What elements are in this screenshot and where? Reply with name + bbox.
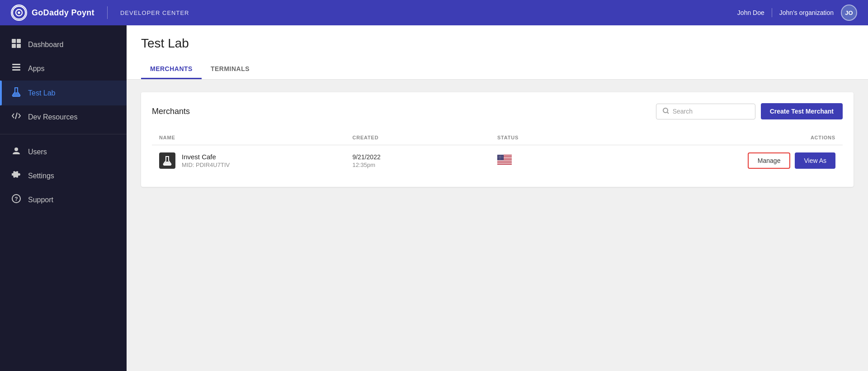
testlab-icon	[11, 87, 22, 99]
page-content: Merchants Create Test Merchant	[127, 80, 868, 200]
search-icon	[663, 108, 669, 115]
svg-rect-21	[497, 162, 512, 162]
view-as-button[interactable]: View As	[795, 152, 835, 169]
merchant-actions: Manage View As	[642, 152, 835, 169]
merchant-status: ★★★★★ ★★★★ ★★★★★ ★★★★	[497, 155, 642, 166]
svg-rect-9	[12, 69, 20, 71]
svg-rect-4	[17, 39, 21, 43]
created-time: 12:35pm	[352, 162, 497, 168]
sidebar-label-settings: Settings	[28, 172, 54, 180]
table-row: Invest Cafe MID: PDIR4U7TIV 9/21/2022 12…	[152, 145, 843, 176]
sidebar-nav: Dashboard Apps	[0, 33, 127, 371]
sidebar-item-support[interactable]: ? Support	[0, 188, 127, 212]
users-icon	[11, 146, 22, 157]
page-tabs: MERCHANTS TERMINALS	[141, 60, 854, 79]
org-name[interactable]: John's organization	[779, 9, 834, 16]
sidebar-item-dashboard[interactable]: Dashboard	[0, 33, 127, 57]
merchant-created: 9/21/2022 12:35pm	[352, 153, 497, 168]
col-header-created: CREATED	[352, 135, 497, 140]
manage-button[interactable]: Manage	[748, 152, 791, 169]
avatar[interactable]: JO	[841, 5, 857, 21]
us-flag-icon: ★★★★★ ★★★★ ★★★★★ ★★★★	[497, 155, 512, 165]
svg-rect-20	[497, 160, 512, 161]
sidebar: Dashboard Apps	[0, 25, 127, 371]
svg-rect-6	[17, 44, 21, 48]
tab-merchants[interactable]: MERCHANTS	[141, 60, 202, 79]
main-content: Test Lab MERCHANTS TERMINALS Merchants	[127, 25, 868, 371]
sidebar-item-settings[interactable]: Settings	[0, 164, 127, 188]
logo-divider	[107, 6, 108, 19]
nav-right: John Doe John's organization JO	[737, 5, 857, 21]
logo-icon	[11, 5, 27, 21]
godaddy-poynt-logo-svg	[12, 5, 26, 21]
devresources-icon	[11, 112, 22, 122]
search-input[interactable]	[673, 108, 749, 115]
sidebar-item-users[interactable]: Users	[0, 140, 127, 164]
merchant-icon	[159, 152, 175, 169]
create-test-merchant-button[interactable]: Create Test Merchant	[761, 103, 843, 119]
svg-point-14	[663, 108, 668, 113]
sidebar-item-testlab[interactable]: Test Lab	[0, 81, 127, 105]
merchant-name-group: Invest Cafe MID: PDIR4U7TIV	[182, 153, 230, 168]
sidebar-label-support: Support	[28, 196, 53, 204]
svg-point-2	[18, 11, 20, 14]
support-icon: ?	[11, 194, 22, 205]
active-bar	[0, 81, 2, 105]
merchant-name: Invest Cafe	[182, 153, 230, 161]
tab-terminals[interactable]: TERMINALS	[202, 60, 259, 79]
apps-icon	[11, 63, 22, 74]
sidebar-item-devresources[interactable]: Dev Resources	[0, 105, 127, 128]
toolbar-right: Create Test Merchant	[656, 103, 843, 119]
main-layout: Dashboard Apps	[0, 25, 868, 371]
svg-rect-7	[12, 64, 20, 65]
merchants-card: Merchants Create Test Merchant	[141, 92, 854, 187]
org-divider	[772, 8, 772, 17]
svg-rect-8	[12, 67, 20, 68]
user-name: John Doe	[737, 9, 764, 16]
nav-left: GoDaddy Poynt DEVELOPER CENTER	[11, 5, 189, 21]
merchant-info: Invest Cafe MID: PDIR4U7TIV	[159, 152, 352, 169]
sidebar-label-users: Users	[28, 148, 47, 156]
merchants-section-title: Merchants	[152, 107, 190, 116]
svg-line-15	[667, 112, 669, 114]
top-navigation: GoDaddy Poynt DEVELOPER CENTER John Doe …	[0, 0, 868, 25]
col-header-actions: ACTIONS	[642, 135, 835, 140]
svg-line-10	[15, 113, 17, 119]
sidebar-item-apps[interactable]: Apps	[0, 57, 127, 81]
dashboard-icon	[11, 39, 22, 50]
table-header: NAME CREATED STATUS ACTIONS	[152, 130, 843, 145]
logo[interactable]: GoDaddy Poynt	[11, 5, 94, 21]
sidebar-label-apps: Apps	[28, 65, 44, 73]
logo-text: GoDaddy Poynt	[32, 8, 94, 18]
created-date: 9/21/2022	[352, 153, 497, 161]
sidebar-label-dashboard: Dashboard	[28, 41, 63, 49]
svg-text:?: ?	[14, 196, 18, 202]
search-box[interactable]	[656, 104, 755, 119]
svg-point-11	[14, 147, 18, 151]
sidebar-label-testlab: Test Lab	[28, 89, 55, 97]
col-header-status: STATUS	[497, 135, 642, 140]
dev-center-label: DEVELOPER CENTER	[120, 10, 189, 16]
svg-rect-5	[12, 44, 16, 48]
merchants-toolbar: Merchants Create Test Merchant	[152, 103, 843, 119]
merchant-mid: MID: PDIR4U7TIV	[182, 162, 230, 168]
page-title: Test Lab	[141, 36, 854, 51]
settings-icon	[11, 170, 22, 181]
sidebar-divider	[0, 134, 127, 134]
svg-rect-3	[12, 39, 16, 43]
svg-rect-22	[497, 163, 512, 164]
sidebar-label-devresources: Dev Resources	[28, 113, 77, 121]
page-header: Test Lab MERCHANTS TERMINALS	[127, 25, 868, 80]
col-header-name: NAME	[159, 135, 352, 140]
